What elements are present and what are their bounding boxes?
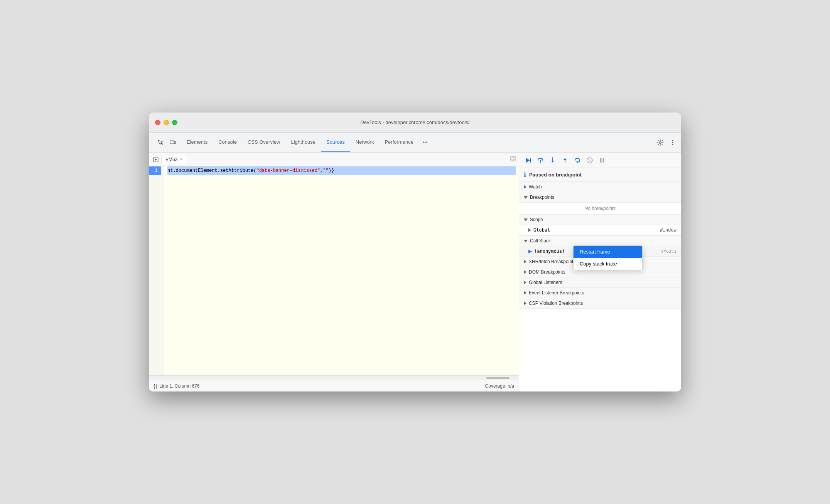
- restart-frame-menu-item[interactable]: Restart frame: [574, 246, 642, 258]
- line-numbers: 1: [149, 166, 164, 375]
- tab-network[interactable]: Network: [350, 133, 380, 152]
- svg-rect-11: [511, 156, 515, 161]
- svg-point-7: [672, 142, 673, 143]
- step-over-button[interactable]: [535, 155, 546, 166]
- device-toolbar-icon[interactable]: [167, 137, 178, 148]
- svg-marker-12: [526, 158, 530, 163]
- code-editor: VM63 ✕ 1 nt.documentElement.setAtt: [149, 153, 519, 391]
- svg-point-8: [672, 144, 673, 145]
- scope-global[interactable]: Global Window: [519, 225, 681, 235]
- horizontal-scrollbar[interactable]: [149, 375, 519, 380]
- line-number-1: 1: [149, 166, 161, 175]
- csp-violation-label: CSP Violation Breakpoints: [529, 301, 583, 306]
- settings-icon[interactable]: [655, 137, 666, 148]
- code-statusbar: {} Line 1, Column 676 Coverage: n/a: [149, 380, 519, 391]
- statusbar-left: {} Line 1, Column 676: [154, 383, 199, 389]
- svg-rect-23: [600, 158, 602, 163]
- copy-stack-trace-menu-item[interactable]: Copy stack trace: [574, 258, 642, 270]
- svg-rect-24: [603, 158, 604, 163]
- more-options-icon[interactable]: [667, 137, 678, 148]
- file-tab-vm63[interactable]: VM63 ✕: [161, 155, 187, 164]
- pause-label: Paused on breakpoint: [529, 172, 582, 178]
- minimize-button[interactable]: [164, 120, 169, 125]
- call-stack-toggle-icon: [524, 240, 528, 242]
- svg-point-5: [660, 141, 661, 143]
- debugger-panel: ℹ Paused on breakpoint Watch Breakpoints…: [519, 153, 681, 391]
- event-listener-section-header[interactable]: Event Listener Breakpoints: [519, 288, 681, 298]
- csp-toggle-icon: [524, 301, 526, 305]
- devtools-window: DevTools - developer.chrome.com/docs/dev…: [149, 113, 681, 391]
- titlebar: DevTools - developer.chrome.com/docs/dev…: [149, 113, 681, 133]
- pause-on-exceptions-button[interactable]: [596, 155, 608, 166]
- scope-global-row: Global Window: [519, 225, 681, 236]
- coverage-status: Coverage: n/a: [485, 383, 514, 389]
- tab-sources[interactable]: Sources: [321, 133, 350, 152]
- tab-performance[interactable]: Performance: [379, 133, 418, 152]
- file-tab-label: VM63: [165, 157, 177, 162]
- scope-toggle-icon: [524, 218, 528, 221]
- code-content[interactable]: 1 nt.documentElement.setAttribute("data-…: [149, 166, 519, 375]
- cursor-position: Line 1, Column 676: [159, 383, 199, 389]
- code-line-1: nt.documentElement.setAttribute("data-ba…: [167, 166, 516, 175]
- xhr-toggle-icon: [524, 260, 526, 264]
- csp-violation-section-header[interactable]: CSP Violation Breakpoints: [519, 298, 681, 309]
- dom-breakpoints-label: DOM Breakpoints: [529, 269, 565, 275]
- svg-rect-1: [174, 141, 175, 144]
- run-script-icon[interactable]: [152, 156, 160, 163]
- code-tabs-bar: VM63 ✕: [149, 153, 519, 166]
- no-breakpoints-message: No breakpoints: [519, 203, 681, 215]
- svg-line-22: [588, 158, 592, 162]
- deactivate-breakpoints-button[interactable]: [584, 155, 596, 166]
- global-value: Window: [660, 227, 676, 233]
- step-out-button[interactable]: [559, 155, 571, 166]
- watch-toggle-icon: [524, 185, 526, 189]
- event-listener-toggle-icon: [524, 291, 526, 295]
- watch-section-header[interactable]: Watch: [519, 182, 681, 192]
- svg-point-2: [423, 141, 424, 143]
- file-tab-close[interactable]: ✕: [180, 157, 183, 161]
- watch-label: Watch: [529, 184, 542, 190]
- step-button[interactable]: [572, 155, 583, 166]
- maximize-button[interactable]: [172, 120, 177, 125]
- scope-label: Scope: [530, 217, 543, 222]
- devtools-tabs-bar: Elements Console CSS Overview Lighthouse…: [149, 133, 681, 153]
- source-panel: VM63 ✕ 1 nt.documentElement.setAtt: [149, 153, 681, 391]
- breakpoints-toggle-icon: [524, 196, 528, 199]
- debugger-toolbar: [519, 153, 681, 168]
- tab-console[interactable]: Console: [213, 133, 242, 152]
- tab-lighthouse[interactable]: Lighthouse: [285, 133, 321, 152]
- resume-button[interactable]: [522, 155, 534, 166]
- global-listeners-toggle-icon: [524, 281, 526, 284]
- call-stack-section-header[interactable]: Call Stack: [519, 236, 681, 246]
- breakpoints-label: Breakpoints: [530, 195, 554, 200]
- xhr-breakpoints-label: XHR/fetch Breakpoints: [529, 259, 575, 264]
- svg-marker-19: [563, 158, 567, 160]
- window-title: DevTools - developer.chrome.com/docs/dev…: [360, 119, 469, 125]
- global-listeners-section-header[interactable]: Global Listeners: [519, 277, 681, 288]
- step-into-button[interactable]: [547, 155, 558, 166]
- svg-point-3: [424, 141, 425, 143]
- info-icon: ℹ: [524, 171, 526, 178]
- left-toolbar: [152, 133, 181, 152]
- global-listeners-label: Global Listeners: [529, 280, 562, 285]
- code-lines[interactable]: nt.documentElement.setAttribute("data-ba…: [164, 166, 519, 375]
- pause-status: ℹ Paused on breakpoint: [519, 168, 681, 182]
- tab-css-overview[interactable]: CSS Overview: [242, 133, 286, 152]
- tab-elements[interactable]: Elements: [181, 133, 213, 152]
- expand-editor-icon[interactable]: [510, 156, 516, 163]
- global-label: Global: [533, 227, 658, 233]
- more-tabs-button[interactable]: [419, 133, 431, 152]
- dom-toggle-icon: [524, 270, 526, 274]
- svg-marker-17: [551, 161, 554, 163]
- close-button[interactable]: [155, 120, 160, 125]
- call-stack-label: Call Stack: [530, 238, 551, 244]
- tabs-right-actions: [655, 133, 678, 152]
- scope-section-header[interactable]: Scope: [519, 215, 681, 225]
- call-stack-arrow-icon: ▶: [528, 249, 532, 254]
- scrollbar-thumb[interactable]: [486, 377, 509, 379]
- breakpoints-section-header[interactable]: Breakpoints: [519, 192, 681, 203]
- traffic-lights: [155, 120, 177, 125]
- inspect-icon[interactable]: [155, 137, 166, 148]
- format-icon[interactable]: {}: [154, 383, 157, 389]
- call-stack-items: ▶ (anonymous) VM63:1 Restart frame Copy …: [519, 246, 681, 257]
